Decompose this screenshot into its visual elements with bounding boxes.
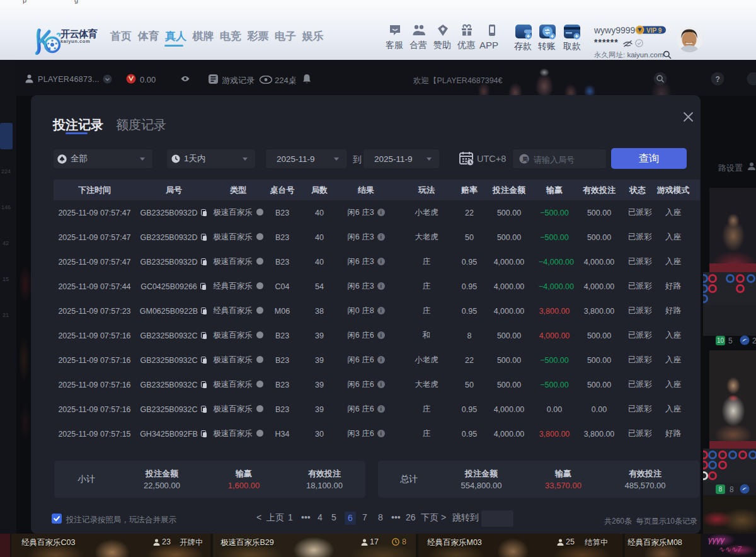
svg-text:VIP 9: VIP 9	[646, 27, 662, 34]
svg-text:?: ?	[716, 75, 720, 84]
svg-text:局: 局	[522, 156, 529, 163]
